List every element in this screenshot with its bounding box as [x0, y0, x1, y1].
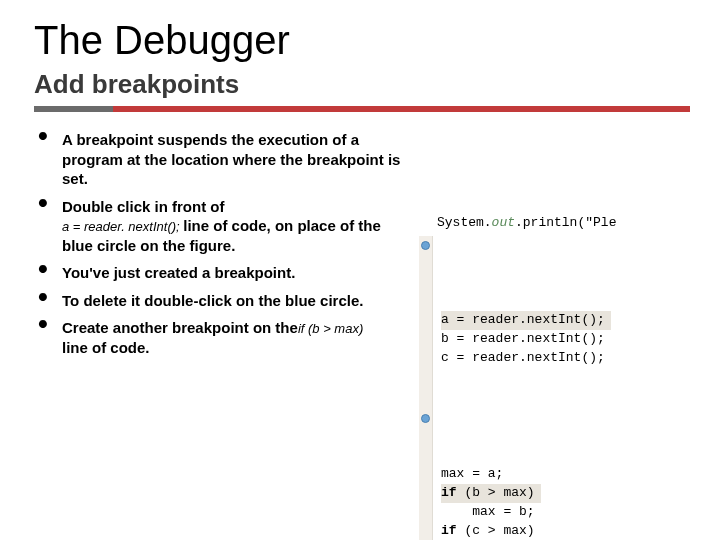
code-line-highlight: if (b > max) — [441, 484, 541, 503]
bullet-text: line of code. — [62, 339, 150, 356]
code-keyword: if — [441, 523, 457, 538]
code-snippet-max: max = a; if (b > max) max = b; if (c > m… — [419, 390, 690, 540]
code-line-highlight: a = reader.nextInt(); — [441, 311, 611, 330]
code-line: c = reader.nextInt(); — [441, 350, 605, 365]
code-line: max = a; — [441, 466, 503, 481]
code-preview: System.out.println("Ple a = reader.nextI… — [419, 130, 690, 470]
bullet-text: Create another breakpoint on the — [62, 319, 298, 336]
bullet-item: Double click in front of a = reader. nex… — [34, 197, 409, 256]
code-text: System. — [437, 215, 492, 230]
code-line: if (c > max) — [441, 523, 535, 538]
slide-title: The Debugger — [34, 18, 690, 63]
code-text: .println("Ple — [515, 215, 616, 230]
code-text: (c > max) — [457, 523, 535, 538]
slide-subtitle: Add breakpoints — [34, 69, 690, 100]
code-text: (b > max) — [457, 485, 535, 500]
breakpoint-icon — [421, 414, 430, 423]
bullet-column: A breakpoint suspends the execution of a… — [34, 130, 409, 470]
bullet-item: You've just created a breakpoint. — [34, 263, 409, 283]
code-line: max = b; — [441, 504, 535, 519]
bullet-item: Create another breakpoint on theif (b > … — [34, 318, 409, 357]
divider-bar — [34, 106, 690, 112]
code-keyword: if — [441, 485, 457, 500]
bullet-text: Double click in front of — [62, 198, 225, 215]
inline-code: a = reader. nextInt(); — [62, 219, 183, 234]
inline-code: if (b > max) — [298, 321, 363, 336]
code-line: b = reader.nextInt(); — [441, 331, 605, 346]
code-snippet-println: System.out.println("Ple — [437, 214, 616, 233]
code-field: out — [492, 215, 515, 230]
breakpoint-icon — [421, 241, 430, 250]
bullet-item: A breakpoint suspends the execution of a… — [34, 130, 409, 189]
bullet-item: To delete it double-click on the blue ci… — [34, 291, 409, 311]
